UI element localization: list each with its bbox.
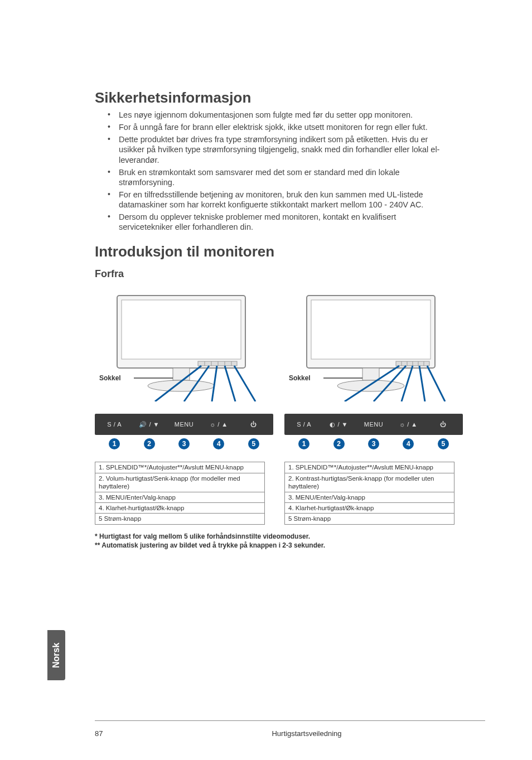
legend-row: 3. MENU/Enter/Valg-knapp (285, 492, 454, 503)
svg-rect-12 (311, 300, 431, 359)
splendid-button-icon: S / A (107, 421, 122, 428)
legend-row: 2. Volum-hurtigtast/Senk-knapp (for mode… (95, 473, 264, 492)
diagram-right: Sokkel S / A ◐ / ▼ MENU ☼ / ▲ ⏻ 1 2 3 4 … (284, 290, 463, 524)
bubble: 2 (333, 438, 345, 449)
footer: 87 Hurtigstartsveiledning (95, 729, 485, 738)
svg-rect-1 (122, 300, 241, 359)
bubble: 4 (403, 438, 414, 449)
legend-right: 1. SPLENDID™*/Autojuster**/Avslutt MENU-… (284, 462, 454, 524)
bubble: 5 (438, 438, 449, 449)
list-item: Dersom du opplever tekniske problemer me… (103, 212, 449, 232)
list-item: Bruk en strømkontakt som samsvarer med d… (103, 167, 449, 187)
menu-button-icon: MENU (364, 421, 383, 428)
power-icon: ⏻ (250, 421, 257, 428)
sokkel-label: Sokkel (289, 374, 311, 382)
footnotes: * Hurtigtast for valg mellom 5 ulike for… (95, 533, 485, 549)
list-item: For en tilfredsstillende betjening av mo… (103, 190, 449, 210)
power-icon: ⏻ (440, 421, 447, 428)
footer-rule (95, 720, 485, 721)
page-content: Sikkerhetsinformasjon Les nøye igjennom … (45, 0, 485, 760)
brightness-up-icon: ☼ / ▲ (399, 421, 418, 428)
bubble: 2 (144, 438, 155, 449)
bubble: 4 (213, 438, 224, 449)
legend-row: 1. SPLENDID™*/Autojuster**/Avslutt MENU-… (285, 462, 454, 473)
contrast-down-icon: ◐ / ▼ (330, 421, 348, 428)
footnote-1: * Hurtigtast for valg mellom 5 ulike for… (95, 533, 485, 540)
svg-point-20 (337, 380, 404, 391)
splendid-button-icon: S / A (297, 421, 311, 428)
legend-left: 1. SPLENDID™*/Autojuster**/Avslutt MENU-… (95, 462, 265, 524)
list-item: Les nøye igjennom dokumentasjonen som fu… (103, 110, 449, 120)
brightness-up-icon: ☼ / ▲ (210, 421, 228, 428)
button-bar-left: S / A 🔊 / ▼ MENU ☼ / ▲ ⏻ (95, 414, 273, 435)
bubble: 3 (178, 438, 190, 449)
heading-intro: Introduksjon til monitoren (95, 243, 485, 260)
list-item: For å unngå fare for brann eller elektri… (103, 122, 449, 132)
legend-row: 4. Klarhet-hurtigtast/Øk-knapp (285, 503, 454, 514)
button-bar-right: S / A ◐ / ▼ MENU ☼ / ▲ ⏻ (284, 414, 463, 435)
svg-rect-8 (173, 368, 190, 380)
list-item: Dette produktet bør drives fra type strø… (103, 134, 449, 164)
footer-title: Hurtigstartsveiledning (128, 729, 485, 738)
heading-safety: Sikkerhetsinformasjon (95, 89, 485, 107)
safety-list: Les nøye igjennom dokumentasjonen som fu… (103, 110, 449, 232)
bubble: 1 (109, 438, 120, 449)
bubble: 3 (368, 438, 379, 449)
monitor-illustration: Sokkel (284, 290, 446, 401)
svg-rect-19 (362, 368, 379, 380)
legend-row: 5 Strøm-knapp (95, 514, 264, 524)
legend-row: 1. SPLENDID™*/Autojuster**/Avslutt MENU-… (95, 462, 264, 473)
legend-row: 5 Strøm-knapp (285, 514, 454, 524)
volume-down-icon: 🔊 / ▼ (139, 421, 159, 428)
diagram-left: Sokkel S / A 🔊 / ▼ MENU ☼ / ▲ ⏻ 1 2 3 4 (95, 290, 273, 524)
page-number: 87 (95, 729, 128, 738)
footnote-2: ** Automatisk justering av bildet ved å … (95, 541, 485, 549)
legend-row: 2. Kontrast-hurtigtas/Senk-knapp (for mo… (285, 473, 454, 492)
menu-button-icon: MENU (175, 421, 194, 428)
number-bubbles-right: 1 2 3 4 5 (284, 438, 463, 449)
monitor-illustration: Sokkel (95, 290, 257, 401)
bubble: 5 (248, 438, 259, 449)
bubble: 1 (298, 438, 309, 449)
heading-front: Forfra (95, 268, 485, 280)
diagrams-row: Sokkel S / A 🔊 / ▼ MENU ☼ / ▲ ⏻ 1 2 3 4 (95, 290, 485, 524)
number-bubbles-left: 1 2 3 4 5 (95, 438, 273, 449)
legend-row: 4. Klarhet-hurtigtast/Øk-knapp (95, 503, 264, 514)
sokkel-label: Sokkel (99, 374, 121, 382)
legend-row: 3. MENU/Enter/Valg-knapp (95, 492, 264, 503)
